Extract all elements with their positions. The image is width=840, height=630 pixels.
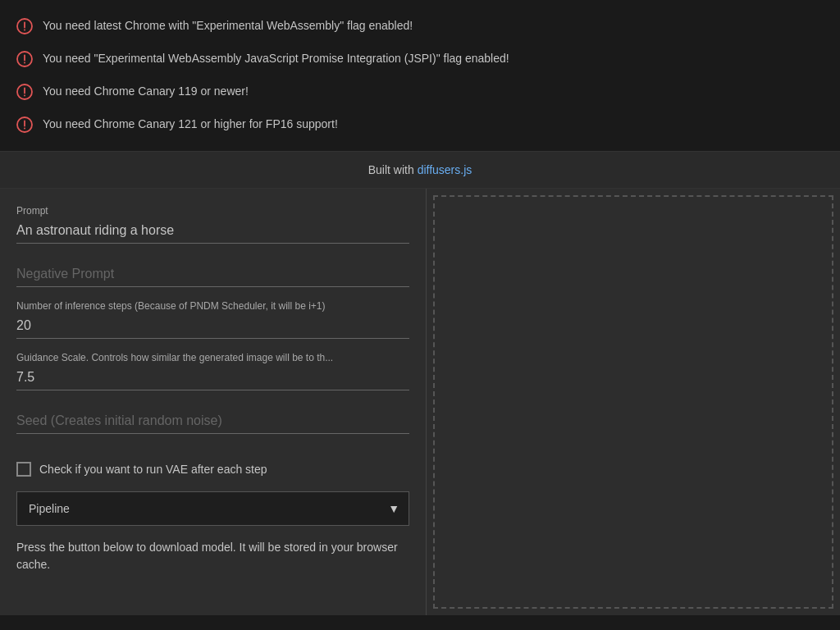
seed-field-group xyxy=(16,410,409,434)
svg-point-5 xyxy=(24,62,25,64)
warning-icon-3 xyxy=(16,84,33,100)
pipeline-select-wrapper: Pipeline ▼ xyxy=(16,491,409,526)
guidance-label: Guidance Scale. Controls how similar the… xyxy=(16,352,409,363)
warning-item-4: You need Chrome Canary 121 or higher for… xyxy=(16,108,824,141)
negative-prompt-input[interactable] xyxy=(16,263,409,287)
built-with-banner: Built with diffusers.js xyxy=(0,151,840,189)
built-with-prefix: Built with xyxy=(368,163,418,176)
left-panel: Prompt Number of inference steps (Becaus… xyxy=(0,189,427,615)
bottom-text: Press the button below to download model… xyxy=(16,539,409,573)
warning-icon-2 xyxy=(16,51,33,67)
image-output-panel xyxy=(433,195,833,609)
warning-text-4: You need Chrome Canary 121 or higher for… xyxy=(43,116,338,133)
warning-item-1: You need latest Chrome with "Experimenta… xyxy=(16,10,824,43)
inference-label: Number of inference steps (Because of PN… xyxy=(16,300,409,312)
spacer-4 xyxy=(16,397,409,410)
pipeline-select[interactable]: Pipeline xyxy=(16,491,409,526)
warnings-section: You need latest Chrome with "Experimenta… xyxy=(0,0,840,151)
svg-point-2 xyxy=(24,30,25,31)
vae-checkbox-row: Check if you want to run VAE after each … xyxy=(16,462,409,477)
svg-point-8 xyxy=(24,95,25,97)
spacer-5 xyxy=(16,441,409,447)
warning-icon-1 xyxy=(16,18,33,34)
warning-item-3: You need Chrome Canary 119 or newer! xyxy=(16,75,824,108)
svg-point-11 xyxy=(24,128,25,130)
warning-text-2: You need "Experimental WebAssembly JavaS… xyxy=(43,51,509,67)
spacer-2 xyxy=(16,294,409,300)
spacer-3 xyxy=(16,345,409,352)
prompt-field-group: Prompt xyxy=(16,205,409,244)
main-layout: Prompt Number of inference steps (Becaus… xyxy=(0,189,840,615)
warning-icon-4 xyxy=(16,116,33,133)
negative-prompt-field-group xyxy=(16,263,409,287)
inference-steps-field-group: Number of inference steps (Because of PN… xyxy=(16,300,409,339)
prompt-input[interactable] xyxy=(16,220,409,244)
prompt-label: Prompt xyxy=(16,205,409,217)
warning-text-3: You need Chrome Canary 119 or newer! xyxy=(43,84,249,100)
inference-steps-input[interactable] xyxy=(16,315,409,339)
spacer-1 xyxy=(16,250,409,263)
vae-checkbox-label: Check if you want to run VAE after each … xyxy=(39,463,267,476)
warning-text-1: You need latest Chrome with "Experimenta… xyxy=(43,18,413,34)
guidance-scale-input[interactable] xyxy=(16,367,409,390)
vae-checkbox[interactable] xyxy=(16,462,31,477)
seed-input[interactable] xyxy=(16,410,409,434)
warning-item-2: You need "Experimental WebAssembly JavaS… xyxy=(16,43,824,75)
guidance-scale-field-group: Guidance Scale. Controls how similar the… xyxy=(16,352,409,390)
diffusers-link[interactable]: diffusers.js xyxy=(418,163,472,176)
